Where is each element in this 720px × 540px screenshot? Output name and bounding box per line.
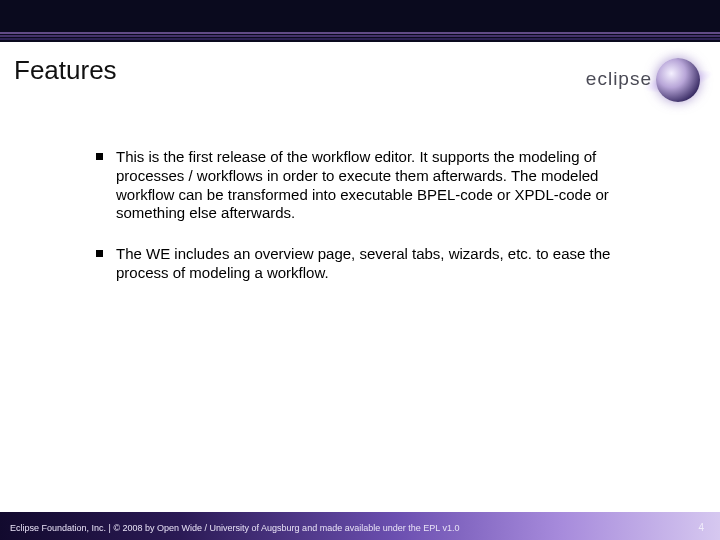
eclipse-logo: eclipse (558, 52, 708, 112)
page-title: Features (14, 55, 117, 86)
header-stripe (0, 35, 720, 37)
bullet-item: The WE includes an overview page, severa… (96, 245, 656, 283)
header-bar (0, 0, 720, 42)
body-content: This is the first release of the workflo… (96, 148, 656, 305)
slide: Features eclipse This is the first relea… (0, 0, 720, 540)
eclipse-logo-text: eclipse (586, 68, 652, 90)
bullet-item: This is the first release of the workflo… (96, 148, 656, 223)
eclipse-orb-icon (656, 58, 700, 102)
page-number: 4 (698, 522, 704, 533)
footer-text: Eclipse Foundation, Inc. | © 2008 by Ope… (10, 523, 459, 533)
header-stripe (0, 32, 720, 34)
footer-bar: Eclipse Foundation, Inc. | © 2008 by Ope… (0, 512, 720, 540)
header-stripe (0, 38, 720, 40)
